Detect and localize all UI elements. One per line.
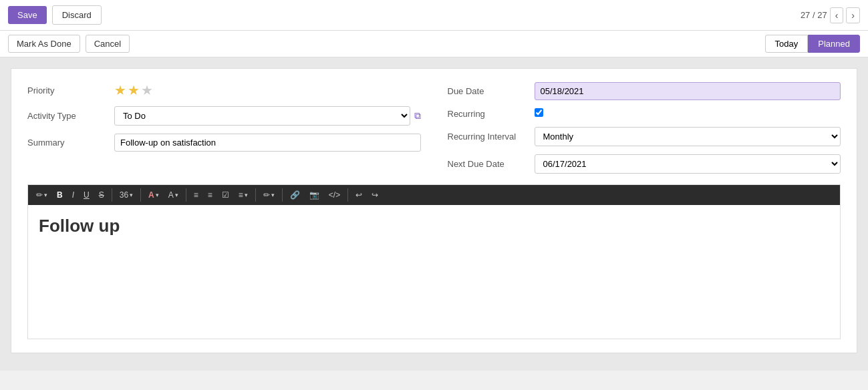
bullet-icon: ≡ — [194, 190, 198, 200]
external-link-icon[interactable]: ⧉ — [414, 110, 421, 122]
code-icon: </> — [329, 190, 340, 200]
star-3[interactable]: ★ — [141, 82, 153, 98]
link-icon: 🔗 — [290, 190, 300, 200]
toolbar-pencil-button[interactable]: ✏ ▾ — [32, 188, 51, 202]
editor-toolbar: ✏ ▾ B I U S 36 ▾ — [28, 185, 840, 205]
fontsize-label: 36 — [120, 190, 128, 200]
due-date-row: Due Date — [448, 82, 841, 100]
form-card: Priority ★ ★ ★ Activity Type To Do ⧉ — [11, 68, 857, 353]
recurring-interval-select[interactable]: Monthly Weekly Daily Yearly — [535, 127, 841, 146]
summary-input[interactable] — [114, 134, 421, 152]
pencil-icon: ✏ — [36, 190, 43, 200]
top-bar: Save Discard 27 / 27 ‹ › — [0, 0, 868, 31]
separator-1 — [112, 188, 112, 202]
due-date-input[interactable] — [535, 82, 841, 100]
highlight-icon: A — [168, 190, 174, 200]
save-button[interactable]: Save — [8, 6, 47, 24]
toolbar-strikethrough-button[interactable]: S — [95, 188, 108, 202]
recurring-checkbox[interactable] — [535, 108, 543, 117]
editor-container: ✏ ▾ B I U S 36 ▾ — [27, 184, 841, 339]
next-due-date-select[interactable]: 06/17/2021 — [535, 154, 841, 174]
recurring-label: Recurring — [448, 109, 528, 119]
toolbar-redo-button[interactable]: ↪ — [368, 188, 382, 202]
toolbar-underline-button[interactable]: U — [80, 188, 94, 202]
recurring-interval-label: Recurring Interval — [448, 132, 528, 142]
bold-icon: B — [57, 190, 63, 200]
fontcolor-dropdown-arrow: ▾ — [156, 192, 159, 198]
status-planned-button[interactable]: Planned — [808, 35, 860, 53]
separator-5 — [282, 188, 283, 202]
toolbar-image-button[interactable]: 📷 — [305, 188, 323, 202]
table-icon: ✏ — [263, 190, 270, 200]
align-dropdown-arrow: ▾ — [245, 192, 248, 198]
checkbox-icon: ☑ — [222, 190, 229, 200]
recurring-interval-field: Monthly Weekly Daily Yearly — [535, 127, 841, 146]
toolbar-ordered-button[interactable]: ≡ — [204, 188, 216, 202]
separator-4 — [255, 188, 256, 202]
recurring-interval-row: Recurring Interval Monthly Weekly Daily … — [448, 127, 841, 146]
pencil-dropdown-arrow: ▾ — [44, 192, 47, 198]
priority-stars[interactable]: ★ ★ ★ — [114, 82, 421, 98]
cancel-button[interactable]: Cancel — [86, 35, 130, 53]
discard-button[interactable]: Discard — [52, 5, 102, 25]
toolbar-link-button[interactable]: 🔗 — [286, 188, 304, 202]
fontcolor-icon: A — [148, 190, 154, 200]
next-button[interactable]: › — [846, 7, 860, 23]
toolbar-fontsize-button[interactable]: 36 ▾ — [116, 188, 137, 202]
fontsize-dropdown-arrow: ▾ — [130, 192, 133, 198]
main-content: Priority ★ ★ ★ Activity Type To Do ⧉ — [0, 57, 868, 371]
priority-label: Priority — [27, 85, 108, 95]
editor-body[interactable]: Follow up — [28, 205, 840, 339]
redo-icon: ↪ — [372, 190, 378, 200]
toolbar-bullet-button[interactable]: ≡ — [190, 188, 202, 202]
star-1[interactable]: ★ — [114, 82, 126, 98]
toolbar-checkbox-button[interactable]: ☑ — [218, 188, 233, 202]
underline-icon: U — [84, 190, 90, 200]
summary-label: Summary — [27, 138, 108, 148]
due-date-field — [535, 82, 841, 100]
summary-row: Summary — [27, 134, 421, 152]
next-due-date-row: Next Due Date 06/17/2021 — [448, 154, 841, 174]
pagination: 27 / 27 ‹ › — [801, 7, 860, 23]
separator-3 — [186, 188, 186, 202]
toolbar-table-button[interactable]: ✏ ▾ — [259, 188, 279, 202]
editor-content: Follow up — [39, 216, 120, 236]
next-due-date-field: 06/17/2021 — [535, 154, 841, 174]
status-group: Today Planned — [765, 35, 860, 53]
summary-field — [114, 134, 421, 152]
activity-type-row: Activity Type To Do ⧉ — [27, 106, 421, 126]
align-icon: ≡ — [239, 190, 243, 200]
highlight-dropdown-arrow: ▾ — [175, 192, 178, 198]
toolbar-undo-button[interactable]: ↩ — [351, 188, 366, 202]
separator-6 — [347, 188, 348, 202]
activity-type-field: To Do ⧉ — [114, 106, 421, 126]
prev-button[interactable]: ‹ — [830, 7, 844, 23]
activity-type-label: Activity Type — [27, 111, 108, 121]
activity-type-select[interactable]: To Do — [114, 106, 410, 126]
toolbar-code-button[interactable]: </> — [325, 188, 344, 202]
toolbar-bold-button[interactable]: B — [53, 188, 67, 202]
action-bar: Mark As Done Cancel Today Planned — [0, 31, 868, 57]
status-today-button[interactable]: Today — [765, 35, 809, 53]
recurring-row: Recurring — [448, 108, 841, 119]
priority-row: Priority ★ ★ ★ — [27, 82, 421, 98]
ordered-icon: ≡ — [208, 190, 212, 200]
separator-2 — [140, 188, 141, 202]
mark-as-done-button[interactable]: Mark As Done — [8, 35, 80, 53]
undo-icon: ↩ — [355, 190, 362, 200]
recurring-field — [535, 108, 841, 119]
due-date-label: Due Date — [448, 86, 528, 96]
toolbar-align-button[interactable]: ≡ ▾ — [235, 188, 252, 202]
pagination-text: 27 / 27 — [801, 10, 827, 20]
toolbar-italic-button[interactable]: I — [68, 188, 78, 202]
image-icon: 📷 — [309, 190, 319, 200]
toolbar-fontcolor-button[interactable]: A ▾ — [144, 188, 163, 202]
left-section: Priority ★ ★ ★ Activity Type To Do ⧉ — [27, 82, 421, 174]
star-2[interactable]: ★ — [128, 82, 140, 98]
toolbar-highlight-button[interactable]: A ▾ — [164, 188, 182, 202]
next-due-date-label: Next Due Date — [448, 159, 528, 169]
form-grid: Priority ★ ★ ★ Activity Type To Do ⧉ — [27, 82, 841, 174]
italic-icon: I — [72, 190, 74, 200]
strikethrough-icon: S — [99, 190, 104, 200]
table-dropdown-arrow: ▾ — [271, 192, 275, 198]
